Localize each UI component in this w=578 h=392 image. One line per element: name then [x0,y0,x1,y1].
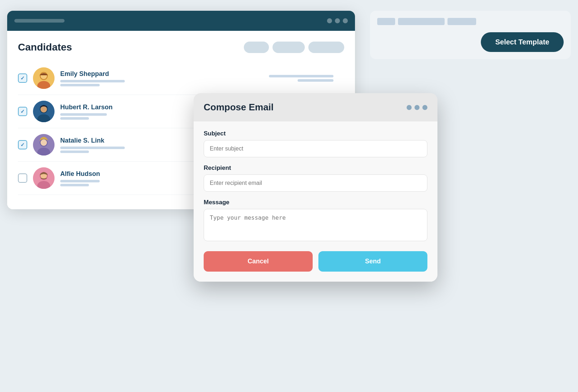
header-pills [244,42,344,53]
message-textarea[interactable] [204,209,427,241]
candidate-bars-emily [60,80,263,86]
avatar-alfie [33,167,55,189]
select-template-button[interactable]: Select Template [481,32,564,52]
table-row[interactable]: ✓ Emily Sheppard [18,62,344,95]
subject-group: Subject [204,130,427,157]
bar [60,180,100,182]
modal-dot-3 [422,105,427,110]
candidate-checkbox-natalie[interactable]: ✓ [18,140,27,149]
modal-dots [407,105,427,110]
titlebar-dot-2 [335,18,340,23]
modal-dot-1 [407,105,412,110]
candidate-right-emily [269,75,333,82]
header-pill-1 [244,42,269,53]
window-titlebar [7,11,355,31]
message-label: Message [204,199,427,206]
recipient-label: Recipient [204,164,427,172]
bar [60,150,89,153]
send-button[interactable]: Send [318,251,427,272]
titlebar-dot-3 [343,18,348,23]
message-group: Message [204,199,427,241]
bar [60,117,89,120]
candidate-checkbox-emily[interactable]: ✓ [18,73,27,83]
titlebar-dots [327,18,348,23]
bar [60,184,89,186]
faded-bar [447,18,476,25]
candidate-checkbox-hubert[interactable]: ✓ [18,107,27,116]
modal-dot-2 [414,105,420,110]
avatar-hubert [33,101,55,122]
svg-point-11 [41,139,47,146]
header-pill-2 [273,42,305,53]
subject-label: Subject [204,130,427,137]
modal-body: Subject Recipient Message [194,121,437,251]
candidate-checkbox-alfie[interactable] [18,173,27,183]
modal-header: Compose Email [194,93,437,121]
candidate-name-emily: Emily Sheppard [60,70,263,78]
avatar-emily [33,67,55,89]
bar [60,147,125,149]
recipient-input[interactable] [204,175,427,192]
svg-point-7 [41,106,47,113]
compose-email-modal: Compose Email Subject Recipient Message … [194,93,437,282]
panel-faded-bars [377,18,564,25]
check-icon: ✓ [20,142,25,148]
candidates-title: Candidates [18,42,72,53]
check-icon: ✓ [20,75,25,81]
bar [60,80,125,82]
bar [60,84,100,86]
faded-bar [377,18,395,25]
bar [60,113,107,116]
avatar-natalie [33,134,55,156]
modal-footer: Cancel Send [194,251,437,282]
recipient-group: Recipient [204,164,427,192]
bar [298,79,333,82]
bar [269,75,333,77]
subject-input[interactable] [204,140,427,157]
cancel-button[interactable]: Cancel [204,251,313,272]
candidate-info-emily: Emily Sheppard [60,70,263,86]
candidates-header: Candidates [18,42,344,53]
check-icon: ✓ [20,109,25,114]
faded-bar [398,18,445,25]
header-pill-3 [308,42,344,53]
titlebar-bar [14,19,65,23]
modal-title: Compose Email [204,102,274,113]
right-panel: Select Template [370,11,571,59]
titlebar-dot-1 [327,18,332,23]
